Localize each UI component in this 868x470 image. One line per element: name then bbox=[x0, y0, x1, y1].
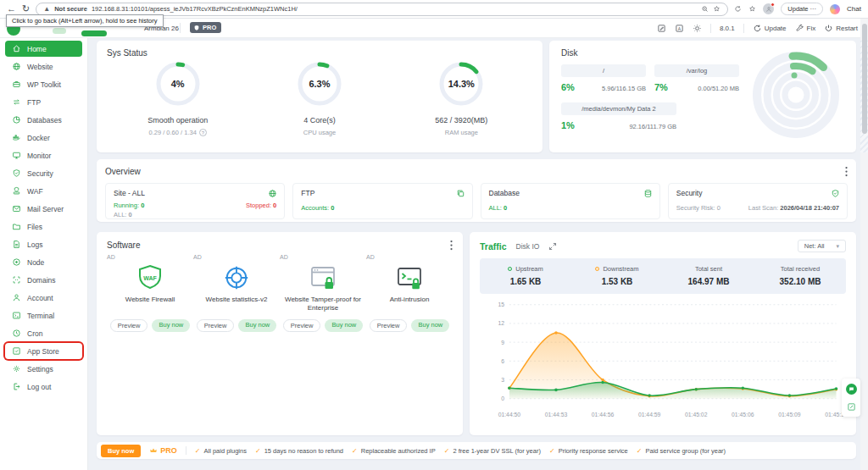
briefcase-icon bbox=[12, 80, 21, 89]
home-icon bbox=[12, 44, 21, 53]
fix-button[interactable]: Fix bbox=[795, 24, 816, 33]
terminal-lock-icon bbox=[395, 264, 424, 291]
database-all: ALL: 0 bbox=[489, 204, 508, 212]
feature-item: ✓Priority response service bbox=[549, 447, 628, 455]
overview-site-tile[interactable]: Site - ALL Running: 0Stopped: 0 ALL: 0 bbox=[105, 183, 285, 219]
terminal-icon bbox=[12, 311, 21, 320]
mount-usage: 5.96/116.15 GB bbox=[602, 85, 646, 92]
load-gauge: 4% Smooth operation 0.29 / 0.60 / 1.34? bbox=[107, 61, 248, 136]
sidebar-item-security[interactable]: Security bbox=[5, 165, 82, 181]
shield-check-icon bbox=[831, 189, 840, 198]
buy-now-button[interactable]: Buy now bbox=[101, 445, 141, 457]
total-sent-stat: Total sent 164.97 MB bbox=[663, 265, 754, 286]
node-icon bbox=[12, 257, 21, 267]
notification-dot bbox=[771, 3, 775, 7]
sidebar-item-website[interactable]: Website bbox=[5, 58, 82, 75]
sidebar-item-log-out[interactable]: Log out bbox=[5, 379, 82, 395]
y-tick-label: 15 bbox=[498, 301, 504, 307]
traffic-stats-bar: Upstream 1.65 KB Downstream 1.53 KB Tota… bbox=[480, 258, 846, 294]
main-content: Sys Status 4% Smooth operation 0.29 / 0.… bbox=[88, 38, 859, 470]
feature-item: ✓All paid plugins bbox=[195, 447, 247, 455]
tab-traffic[interactable]: Traffic bbox=[480, 241, 507, 252]
software-card: Software AD WAF Website Firewall Preview… bbox=[97, 232, 463, 435]
reload-button[interactable]: ↻ bbox=[22, 4, 30, 14]
theme-sun-icon[interactable] bbox=[693, 24, 702, 33]
upstream-point bbox=[835, 387, 838, 390]
preview-button[interactable]: Preview bbox=[370, 319, 408, 332]
support-chat-button[interactable] bbox=[846, 384, 857, 395]
profile-avatar[interactable] bbox=[763, 3, 774, 14]
buy-now-button[interactable]: Buy now bbox=[325, 319, 363, 332]
upstream-point bbox=[788, 394, 792, 397]
sidebar-item-account[interactable]: Account bbox=[5, 290, 82, 306]
net-select-dropdown[interactable]: Net: All▾ bbox=[798, 240, 846, 252]
statistics-target-icon bbox=[223, 264, 250, 291]
sidebar-item-home[interactable]: Home bbox=[5, 41, 82, 57]
tab-disk-io[interactable]: Disk IO bbox=[516, 242, 540, 251]
overview-security-tile[interactable]: Security Security Risk: 0Last Scan: 2026… bbox=[668, 183, 848, 219]
overview-card: Overview Site - ALL Running: 0Stopped: 0… bbox=[97, 159, 856, 222]
mount-usage: 0.00/51.20 MB bbox=[698, 85, 739, 92]
sidebar-item-ftp[interactable]: FTP bbox=[5, 94, 82, 110]
security-last-scan: Last Scan: 2026/04/18 21:40:07 bbox=[748, 204, 839, 212]
sidebar-item-files[interactable]: Files bbox=[5, 218, 82, 235]
help-icon[interactable]: ? bbox=[199, 129, 207, 136]
x-tick-label: 01:44:50 bbox=[498, 412, 521, 417]
buy-now-button[interactable]: Buy now bbox=[152, 319, 190, 332]
edit-note-icon[interactable] bbox=[657, 24, 666, 33]
feedback-edit-button[interactable] bbox=[847, 402, 856, 412]
upstream-dot bbox=[508, 267, 512, 271]
zoom-out-icon[interactable] bbox=[701, 5, 709, 13]
downstream-dot bbox=[595, 267, 599, 271]
disk-mount-media: /media/devmon/My Data 2 1%92.16/111.79 G… bbox=[561, 102, 676, 130]
chat-button[interactable]: Chat bbox=[847, 5, 861, 13]
not-secure-label: Not secure bbox=[54, 5, 87, 13]
sidebar-item-domains[interactable]: Domains bbox=[5, 272, 82, 288]
cpu-usage-label: CPU usage bbox=[303, 129, 336, 136]
preview-button[interactable]: Preview bbox=[110, 319, 148, 332]
preview-button[interactable]: Preview bbox=[197, 319, 235, 332]
copilot-icon[interactable] bbox=[830, 4, 840, 14]
sidebar-item-monitor[interactable]: Monitor bbox=[5, 147, 82, 163]
sidebar-item-docker[interactable]: Docker bbox=[5, 130, 82, 146]
page-scrollbar[interactable] bbox=[860, 19, 868, 470]
sidebar-item-cron[interactable]: Cron bbox=[5, 325, 82, 341]
pro-badge[interactable]: PRO bbox=[190, 22, 221, 33]
cpu-percent: 6.3% bbox=[297, 61, 342, 107]
update-button[interactable]: Update bbox=[753, 24, 787, 33]
browser-update-button[interactable]: Update ··· bbox=[781, 3, 823, 15]
overview-database-tile[interactable]: Database ALL: 0 bbox=[481, 183, 660, 219]
disk-mount-root: / 6%5.96/116.15 GB bbox=[561, 64, 646, 92]
overview-title: Overview bbox=[105, 167, 141, 176]
sidebar-item-app-store[interactable]: App Store bbox=[5, 343, 82, 359]
sidebar-item-settings[interactable]: Settings bbox=[5, 361, 82, 377]
sidebar-item-node[interactable]: Node bbox=[5, 254, 82, 270]
sidebar-item-wp-toolkit[interactable]: WP Toolkit bbox=[5, 76, 82, 92]
preview-button[interactable]: Preview bbox=[283, 319, 321, 332]
waf-icon bbox=[12, 186, 21, 196]
sidebar-item-waf[interactable]: WAF bbox=[5, 183, 82, 199]
back-button[interactable]: ← bbox=[7, 4, 16, 14]
overview-menu-icon[interactable] bbox=[845, 166, 848, 177]
restart-button[interactable]: Restart bbox=[824, 24, 858, 33]
check-icon: ✓ bbox=[549, 447, 555, 455]
sidebar-item-mail-server[interactable]: Mail Server bbox=[5, 201, 82, 217]
history-icon[interactable] bbox=[734, 5, 742, 13]
favorites-icon[interactable] bbox=[748, 5, 756, 13]
chat-bubble-icon bbox=[849, 386, 854, 392]
sidebar-item-logs[interactable]: Logs bbox=[5, 236, 82, 252]
overview-ftp-tile[interactable]: FTP Accounts: 0 bbox=[292, 183, 472, 219]
software-menu-icon[interactable] bbox=[450, 240, 453, 251]
expand-icon[interactable] bbox=[548, 242, 557, 251]
sidebar-item-databases[interactable]: Databases bbox=[5, 112, 82, 128]
scrollbar-thumb[interactable] bbox=[862, 24, 867, 134]
sidebar-item-terminal[interactable]: Terminal bbox=[5, 307, 82, 323]
language-icon[interactable] bbox=[675, 24, 684, 33]
upstream-point bbox=[648, 394, 651, 397]
bookmark-star-icon[interactable] bbox=[713, 5, 721, 13]
globe-icon bbox=[268, 189, 277, 198]
buy-now-button[interactable]: Buy now bbox=[411, 319, 449, 332]
mount-path: /var/log bbox=[654, 64, 739, 77]
divider bbox=[186, 446, 186, 455]
buy-now-button[interactable]: Buy now bbox=[238, 319, 276, 332]
